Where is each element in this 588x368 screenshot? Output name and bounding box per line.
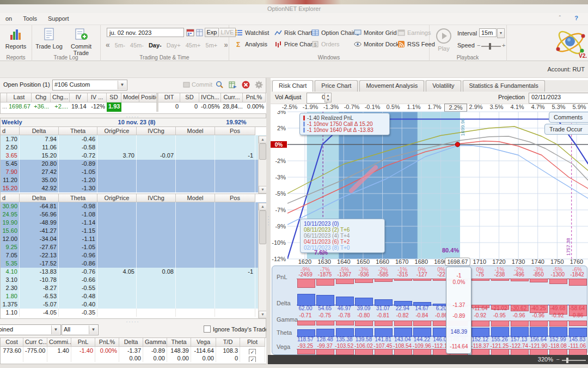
option-row[interactable]: 1.375-5.07-0.40 bbox=[1, 300, 266, 309]
collapse-ribbon-icon[interactable]: ˆ bbox=[559, 15, 561, 21]
monthly-scrollbar[interactable]: ▲ ▼ bbox=[258, 203, 266, 318]
scroll-up-icon[interactable]: ▲ bbox=[259, 203, 267, 210]
time-grid-icon[interactable] bbox=[196, 28, 204, 38]
menu-item-tools[interactable]: Tools bbox=[17, 13, 42, 24]
scroll-up-icon[interactable]: ▲ bbox=[259, 136, 267, 143]
menu-item-support[interactable]: Support bbox=[42, 13, 75, 24]
search-icon[interactable] bbox=[216, 81, 224, 90]
nav-Day-[interactable]: Day- bbox=[149, 42, 162, 49]
option-cell: -0.58 bbox=[59, 143, 97, 152]
greeks-bar bbox=[375, 349, 393, 355]
vol-adjust-spinner[interactable]: ▲▼ bbox=[324, 93, 332, 102]
forward-icon[interactable]: » bbox=[224, 40, 228, 49]
windows-button-monitor-grid[interactable]: Monitor Grid bbox=[354, 28, 397, 38]
option-row[interactable]: 2.30-8.27-0.55 bbox=[1, 284, 266, 292]
projection-date-input[interactable]: 02/11/2023 bbox=[529, 93, 588, 104]
option-row[interactable]: 5.4520.80-0.89 bbox=[1, 160, 266, 168]
export-grid-icon[interactable] bbox=[229, 81, 237, 90]
summary-col-header: SD bbox=[180, 93, 199, 102]
windows-button-option-chain[interactable]: Option Chain bbox=[311, 28, 356, 38]
option-cell bbox=[176, 276, 215, 284]
tab-statistics-fundamentals[interactable]: Statistics & Fundamentals bbox=[463, 80, 545, 92]
rewind-icon[interactable]: « bbox=[106, 40, 110, 49]
option-row[interactable]: 1.707.94-0.46 bbox=[1, 135, 266, 143]
reports-button[interactable]: Reports bbox=[0, 27, 32, 50]
option-row[interactable]: 7.05-22.13-0.96 bbox=[1, 251, 266, 260]
option-row[interactable]: 19.90-48.99-1.14 bbox=[1, 219, 266, 227]
option-row[interactable]: 11.2035.00-1.20 bbox=[1, 176, 266, 184]
windows-button-risk-chart[interactable]: Risk Chart bbox=[274, 28, 312, 38]
speed-slider-track[interactable] bbox=[481, 46, 501, 47]
greeks-tooltip-value: -1 bbox=[446, 273, 471, 279]
speed-plus-icon[interactable]: + bbox=[502, 42, 505, 49]
menu-item-on[interactable]: on bbox=[0, 13, 17, 24]
zoom-slider-thumb[interactable] bbox=[566, 358, 568, 363]
option-row[interactable]: 12.00-34.04-1.11 bbox=[1, 235, 266, 243]
plot-checkbox[interactable]: ✓ bbox=[240, 354, 265, 362]
option-cell: -0.40 bbox=[59, 300, 97, 309]
option-row[interactable]: 3.6515.20-0.723.70-0.07-1 bbox=[1, 152, 266, 160]
nav-5m-[interactable]: 5m- bbox=[115, 42, 125, 49]
ignore-trades-checkbox[interactable] bbox=[204, 325, 211, 333]
tab-risk-chart[interactable]: Risk Chart bbox=[272, 80, 313, 92]
windows-button-orders[interactable]: $Orders bbox=[311, 40, 340, 49]
windows-button-watchlist[interactable]: Watchlist bbox=[235, 28, 269, 38]
windows-button-analysis[interactable]: ΣAnalysis bbox=[235, 40, 267, 49]
option-row[interactable]: 15.60-41.27-1.15 bbox=[1, 227, 266, 235]
weekly-scrollbar[interactable]: ▲ ▼ bbox=[258, 136, 266, 194]
nav-45m-[interactable]: 45m- bbox=[130, 42, 144, 49]
interval-dropdown-arrow[interactable]: ▼ bbox=[497, 28, 505, 38]
tab-movement-analysis[interactable]: Movement Analysis bbox=[359, 80, 424, 92]
interval-select[interactable]: 15m bbox=[479, 28, 497, 37]
tab-volatility[interactable]: Volatility bbox=[426, 80, 461, 92]
option-row[interactable]: 3.10-10.78-0.66 bbox=[1, 276, 266, 284]
scroll-down-icon[interactable]: ▼ bbox=[259, 186, 267, 194]
play-icon bbox=[436, 28, 452, 44]
zoom-slider-track[interactable] bbox=[562, 360, 586, 361]
trade-log-button[interactable]: Trade Log bbox=[33, 27, 65, 50]
comments-button[interactable]: Comments bbox=[549, 112, 588, 123]
plot-checkbox[interactable]: ✓ bbox=[240, 347, 265, 354]
commit-trade-button[interactable]: Commit Trade bbox=[63, 27, 99, 56]
option-row[interactable]: 9.25-27.67-1.05 bbox=[1, 243, 266, 251]
help-icon[interactable]: ? bbox=[574, 15, 578, 21]
expiry-filter-select[interactable]: All ▼ bbox=[62, 324, 99, 335]
greeks-bar bbox=[471, 328, 489, 337]
play-button[interactable]: Play bbox=[434, 28, 453, 52]
tab-price-chart[interactable]: Price Chart bbox=[315, 80, 358, 92]
combined-filter-select[interactable]: Combined ▼ bbox=[0, 324, 61, 335]
greeks-tooltip: -10.0%-1.37-0.89148.39-114.64 bbox=[446, 267, 471, 354]
summary-cell: 0.00% bbox=[243, 102, 266, 112]
nav-45m+[interactable]: 45m+ bbox=[186, 42, 201, 49]
zoom-out-icon[interactable]: − bbox=[556, 356, 560, 363]
trading-date-input[interactable]: ju. 02 nov. 2023 bbox=[107, 28, 184, 37]
option-row[interactable]: 4.10-13.83-0.764.050.08-1 bbox=[1, 268, 266, 276]
nav-5m+[interactable]: 5m+ bbox=[206, 42, 218, 49]
windows-button-price-chart[interactable]: Price Chart bbox=[274, 40, 314, 49]
vertical-splitter[interactable]: ···· bbox=[266, 78, 271, 364]
gear-icon[interactable] bbox=[255, 81, 263, 90]
calendar-icon[interactable] bbox=[186, 28, 194, 38]
nav-Day+[interactable]: Day+ bbox=[167, 42, 181, 49]
option-row[interactable]: 5.35-17.52-0.86 bbox=[1, 260, 266, 268]
option-row[interactable]: 15.2042.92-1.30 bbox=[1, 184, 266, 192]
option-row[interactable]: 30.90-64.81-0.98 bbox=[1, 202, 266, 210]
trade-occur-button[interactable]: Trade Occur bbox=[544, 124, 588, 135]
option-row[interactable]: 7.9027.42-1.05 bbox=[1, 168, 266, 176]
option-row[interactable]: 1.80-6.53-0.48 bbox=[1, 292, 266, 300]
position-select[interactable]: #106 Custom ▼ bbox=[52, 80, 127, 91]
svg-text:-5%: -5% bbox=[275, 190, 286, 197]
greeks-tooltip-value: 148.39 bbox=[446, 329, 471, 335]
scroll-down-icon[interactable]: ▼ bbox=[259, 311, 267, 318]
close-position-icon[interactable] bbox=[242, 81, 250, 90]
speed-minus-icon[interactable]: − bbox=[477, 42, 480, 49]
exp-button[interactable]: Exp bbox=[205, 28, 219, 37]
option-cell bbox=[137, 235, 176, 243]
commit-button[interactable]: Commit bbox=[183, 81, 212, 88]
windows-button-earnings[interactable]: Earnings bbox=[397, 28, 431, 38]
windows-button-monitor-dock[interactable]: Monitor Dock bbox=[354, 40, 399, 49]
option-row[interactable]: 24.95-56.96-1.08 bbox=[1, 210, 266, 219]
option-row[interactable]: 1.10-4.05-0.35 bbox=[1, 309, 266, 317]
speed-slider-thumb[interactable] bbox=[489, 43, 491, 50]
option-row[interactable]: 2.5011.06-0.58 bbox=[1, 143, 266, 152]
